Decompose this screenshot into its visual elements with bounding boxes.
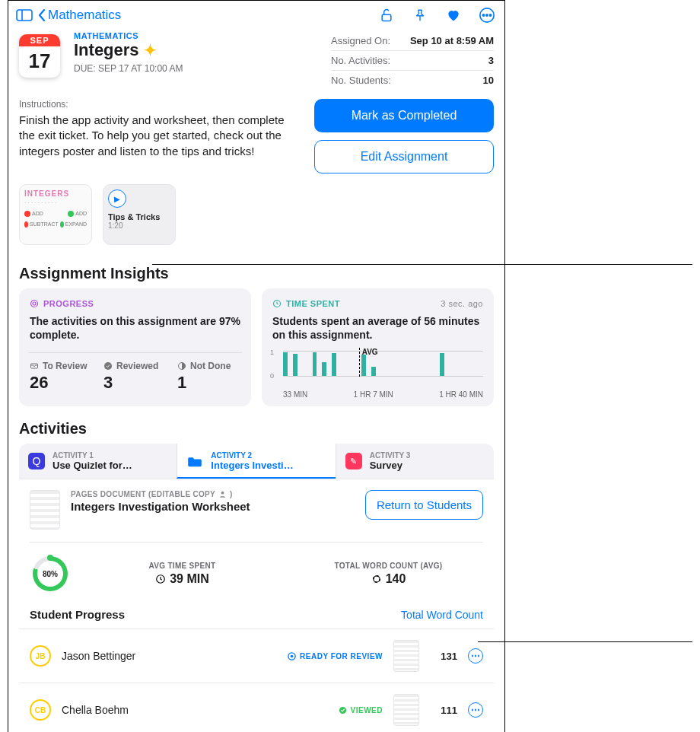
time-spent-card[interactable]: TIME SPENT 3 sec. ago Students spent an …	[262, 288, 494, 406]
badge-icon	[371, 574, 382, 584]
svg-point-11	[104, 362, 112, 370]
student-row[interactable]: JB Jason Bettinger READY FOR REVIEW 131 …	[19, 629, 494, 683]
avg-label: AVG	[362, 348, 378, 356]
tab-activity-2[interactable]: ACTIVITY 2 Integers Investi…	[177, 444, 335, 479]
tab-activity-1[interactable]: Q ACTIVITY 1 Use Quizlet for…	[19, 444, 177, 479]
students-count-value: 10	[483, 75, 494, 86]
word-count-label: TOTAL WORD COUNT (AVG)	[297, 562, 480, 570]
document-type: PAGES DOCUMENT (EDITABLE COPY )	[71, 490, 355, 498]
sidebar-toggle-icon[interactable]	[16, 8, 33, 22]
back-label: Mathematics	[48, 8, 121, 23]
tab-activity-3[interactable]: ✎ ACTIVITY 3 Survey	[336, 444, 494, 479]
poster-title: INTEGERS	[24, 189, 87, 198]
avg-time-value: 39 MIN	[170, 572, 209, 586]
document-thumbnail[interactable]	[30, 490, 60, 530]
activities-count-value: 3	[488, 55, 494, 66]
avatar: CB	[30, 699, 51, 721]
svg-point-8	[31, 301, 38, 307]
time-chart: 1 0	[272, 351, 483, 399]
target-icon	[30, 299, 39, 308]
svg-rect-0	[17, 10, 32, 21]
completion-ring: 80%	[33, 556, 68, 591]
reviewed-value: 3	[103, 373, 167, 393]
calendar-day: 17	[19, 46, 60, 78]
attachment-poster[interactable]: INTEGERS · · · · · · · · · · ADD ADD SUB…	[19, 184, 92, 245]
student-name: Jason Bettinger	[62, 650, 277, 662]
svg-point-6	[486, 14, 488, 16]
quizlet-app-icon: Q	[28, 453, 45, 469]
sparkle-icon: ✦	[144, 41, 157, 59]
calendar-month: SEP	[19, 34, 60, 46]
play-icon: ▶	[108, 189, 126, 208]
progress-card[interactable]: PROGRESS The activities on this assignme…	[19, 288, 251, 406]
chevron-left-icon	[37, 8, 46, 22]
progress-summary: The activities on this assignment are 97…	[30, 314, 240, 342]
attachment-name: Tips & Tricks	[108, 212, 170, 221]
more-icon[interactable]	[479, 7, 495, 24]
return-to-students-button[interactable]: Return to Students	[365, 490, 483, 520]
subject-eyebrow: MATHEMATICS	[74, 31, 317, 40]
student-name: Chella Boehm	[62, 704, 328, 716]
activity-tabs: Q ACTIVITY 1 Use Quizlet for… ACTIVITY 2…	[19, 444, 494, 479]
total-word-count-link[interactable]: Total Word Count	[401, 609, 483, 621]
status-badge: VIEWED	[339, 706, 383, 714]
svg-point-16	[374, 576, 380, 582]
svg-point-18	[291, 655, 294, 658]
clock-icon	[272, 299, 282, 308]
progress-label: PROGRESS	[43, 299, 94, 308]
not-done-value: 1	[177, 373, 240, 393]
row-more-button[interactable]: ⋯	[468, 702, 483, 718]
status-badge: READY FOR REVIEW	[288, 652, 383, 660]
svg-point-14	[221, 492, 224, 495]
assigned-on-value: Sep 10 at 8:59 AM	[410, 35, 494, 46]
students-count-label: No. Students:	[331, 75, 391, 86]
attachment-audio[interactable]: ▶ Tips & Tricks 1:20	[103, 184, 176, 245]
activities-count-label: No. Activities:	[331, 55, 390, 66]
half-circle-icon	[177, 361, 186, 371]
person-icon	[218, 490, 227, 498]
instructions-text: Finish the app activity and worksheet, t…	[19, 113, 301, 159]
svg-rect-2	[382, 14, 391, 21]
mark-completed-button[interactable]: Mark as Completed	[314, 99, 494, 132]
avatar: JB	[30, 645, 51, 667]
time-ago: 3 sec. ago	[441, 299, 483, 308]
submission-thumbnail[interactable]	[393, 640, 419, 672]
clock-icon	[155, 574, 166, 584]
svg-point-9	[33, 302, 36, 305]
instructions-label: Instructions:	[19, 99, 301, 110]
time-label: TIME SPENT	[286, 299, 340, 308]
student-word-count: 111	[430, 705, 457, 716]
student-progress-heading: Student Progress	[30, 608, 125, 621]
row-more-button[interactable]: ⋯	[468, 648, 483, 664]
to-review-value: 26	[30, 373, 93, 393]
pin-icon[interactable]	[412, 7, 428, 24]
submission-thumbnail[interactable]	[393, 694, 419, 726]
student-word-count: 131	[430, 651, 457, 662]
document-title: Integers Investigation Worksheet	[71, 500, 355, 513]
lock-open-icon[interactable]	[378, 7, 395, 24]
back-button[interactable]: Mathematics	[37, 8, 121, 23]
insights-heading: Assignment Insights	[8, 251, 504, 288]
heart-icon[interactable]	[445, 7, 462, 24]
assignment-title: Integers ✦	[74, 40, 317, 60]
avg-time-label: AVG TIME SPENT	[91, 562, 274, 570]
check-circle-icon	[103, 361, 113, 371]
activities-heading: Activities	[8, 406, 504, 444]
calendar-tile: SEP 17	[19, 34, 60, 78]
edit-assignment-button[interactable]: Edit Assignment	[314, 140, 494, 173]
attachment-duration: 1:20	[108, 221, 170, 230]
check-circle-icon	[339, 706, 347, 714]
svg-point-5	[482, 14, 484, 16]
due-date: DUE: SEP 17 AT 10:00 AM	[74, 63, 317, 74]
student-row[interactable]: CB Chella Boehm VIEWED 111 ⋯	[19, 683, 494, 730]
assignment-meta: Assigned On: Sep 10 at 8:59 AM No. Activ…	[331, 31, 494, 90]
svg-point-7	[489, 14, 491, 16]
dot-circle-icon	[288, 652, 296, 660]
inbox-icon	[30, 361, 39, 371]
word-count-value: 140	[386, 572, 406, 586]
time-summary: Students spent an average of 56 minutes …	[272, 314, 483, 342]
folder-icon	[186, 453, 203, 469]
assigned-on-label: Assigned On:	[331, 35, 390, 46]
survey-app-icon: ✎	[345, 453, 362, 469]
